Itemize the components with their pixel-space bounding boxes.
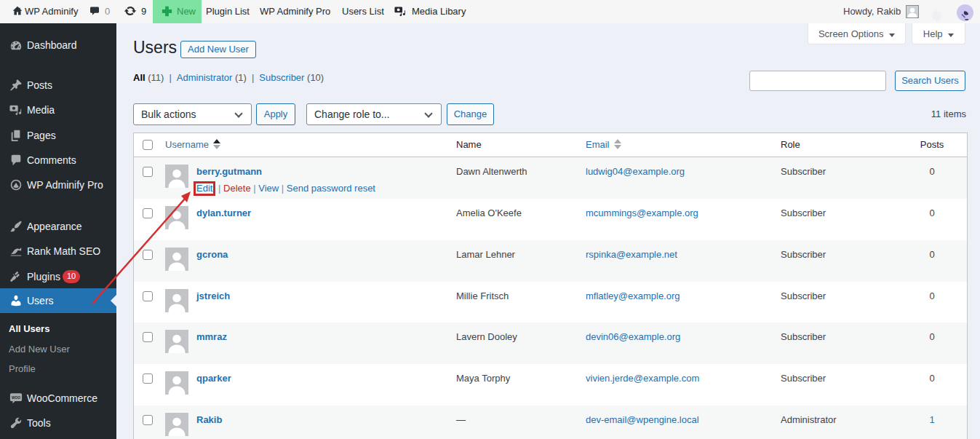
- svg-text:WOO: WOO: [12, 396, 20, 400]
